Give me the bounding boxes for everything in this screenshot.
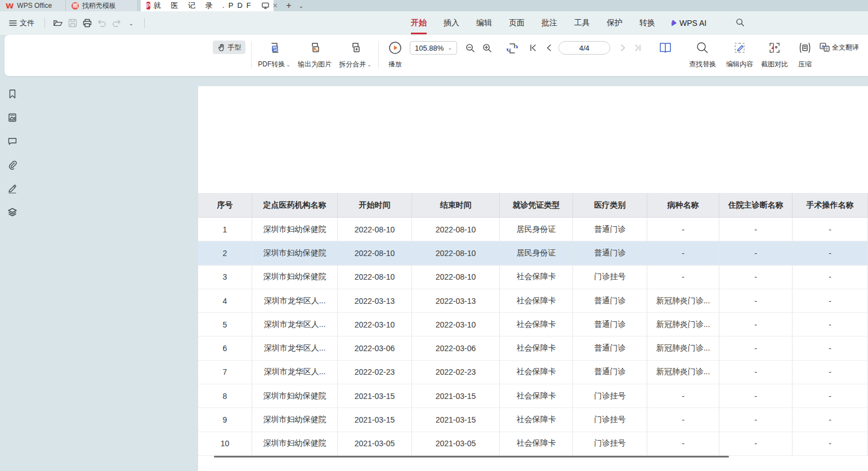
table-cell: 2022-03-06 (338, 337, 412, 360)
edit-content-button[interactable]: 编辑内容 (723, 41, 757, 69)
table-cell: 社会保障卡 (500, 384, 573, 408)
ribbon-search-icon[interactable] (736, 18, 744, 28)
tab-medical-record-pdf[interactable]: P 就 医 记 录 .PDF ✕ (141, 0, 274, 11)
table-cell: 2022-02-23 (338, 361, 412, 384)
redo-icon[interactable] (110, 17, 123, 29)
table-cell: - (719, 384, 793, 408)
print-icon[interactable] (81, 17, 93, 29)
full-translate-button[interactable]: A文 全文翻译 (820, 41, 859, 53)
table-cell: 5 (198, 313, 252, 337)
wps-logo-icon: W (6, 2, 14, 10)
table-cell: 2021-03-15 (412, 408, 500, 432)
screenshot-compare-button[interactable]: 截图对比 (758, 41, 791, 69)
page-number-input[interactable]: 4/4 (558, 41, 610, 55)
pdf-convert-button[interactable]: W PDF转换⌄ (255, 41, 293, 69)
bookmark-icon[interactable] (7, 88, 18, 100)
full-translate-label: 全文翻译 (832, 43, 859, 52)
last-page-icon[interactable] (632, 42, 644, 54)
zoom-out-icon[interactable] (464, 42, 476, 53)
pdf-convert-label: PDF转换⌄ (258, 60, 290, 69)
menu-item-tools[interactable]: 工具 (574, 17, 590, 29)
comment-icon[interactable] (7, 136, 18, 147)
menu-item-page[interactable]: 页面 (509, 17, 525, 29)
table-cell: 深圳市龙华区人... (252, 361, 338, 384)
table-cell: 2021-03-05 (338, 432, 412, 456)
first-page-icon[interactable] (527, 42, 539, 54)
zoom-in-icon[interactable] (481, 42, 493, 53)
file-menu-button[interactable]: 文件 (6, 16, 38, 30)
menu-item-protect[interactable]: 保护 (607, 17, 623, 29)
thumbnail-icon[interactable] (7, 112, 18, 123)
tab-monitor-icon[interactable] (262, 0, 269, 11)
compress-button[interactable]: 压缩 (793, 41, 817, 69)
table-cell: 4 (198, 289, 252, 313)
tab-wps-office[interactable]: W WPS Office (0, 0, 66, 11)
table-cell: 2022-08-10 (338, 266, 412, 289)
svg-text:文: 文 (825, 47, 829, 52)
tab-label: 找稻壳模板 (82, 1, 116, 11)
table-cell: - (647, 384, 719, 408)
menu-item-home[interactable]: 开始 (411, 17, 427, 29)
menu-item-insert[interactable]: 插入 (444, 17, 459, 29)
tab-list-chevron-icon[interactable]: ⌄ (296, 0, 306, 11)
table-row: 4深圳市龙华区人...2022-03-132022-03-13社会保障卡普通门诊… (198, 289, 868, 313)
table-cell: - (793, 289, 868, 313)
menu-item-edit[interactable]: 编辑 (476, 17, 492, 29)
table-cell: - (719, 289, 793, 313)
new-tab-button[interactable]: + (281, 0, 296, 11)
table-row: 6深圳市龙华区人...2022-03-062022-03-06社会保障卡普通门诊… (198, 337, 868, 360)
table-cell: - (793, 361, 868, 384)
layers-icon[interactable] (7, 207, 18, 218)
undo-icon[interactable] (96, 17, 108, 29)
table-cell: - (719, 337, 793, 360)
open-file-icon[interactable] (52, 17, 64, 29)
table-cell: 门诊挂号 (573, 266, 647, 289)
home-ribbon-toolbar: 手型 选择 W PDF转换⌄ 输出为图片 拆分合并⌄ 播放 105.88% ⌄ … (5, 35, 868, 76)
split-merge-button[interactable]: 拆分合并⌄ (337, 41, 374, 69)
table-cell: 深圳市妇幼保健院 (252, 218, 338, 241)
find-replace-button[interactable]: 查找替换 (684, 41, 721, 69)
quick-access-chevron-icon[interactable]: ⌄ (125, 17, 137, 29)
table-cell: 7 (198, 361, 252, 384)
table-cell: 2021-03-15 (338, 384, 412, 408)
page-indicator: 4/4 (579, 44, 589, 52)
zoom-level-select[interactable]: 105.88% ⌄ (410, 41, 457, 55)
rotate-document-icon[interactable] (500, 41, 525, 56)
read-mode-icon[interactable] (653, 39, 678, 56)
table-cell: 普通门诊 (573, 241, 647, 265)
wps-ai-logo-icon (672, 20, 678, 26)
table-cell: 2022-08-10 (412, 218, 500, 241)
table-cell: - (647, 408, 719, 432)
previous-page-icon[interactable] (543, 42, 555, 54)
play-button[interactable]: 播放 (383, 41, 408, 69)
export-image-button[interactable]: 输出为图片 (296, 41, 333, 69)
table-cell: 2022-03-10 (338, 313, 412, 337)
table-header-cell: 定点医药机构名称 (252, 193, 338, 218)
table-cell: 2021-03-15 (338, 408, 412, 432)
menu-item-comment[interactable]: 批注 (542, 17, 557, 29)
next-page-icon[interactable] (617, 42, 629, 54)
hand-tool-button[interactable]: 手型 (213, 41, 245, 54)
attachment-icon[interactable] (7, 159, 18, 171)
wps-ai-button[interactable]: WPS AI (672, 19, 706, 28)
table-cell: 8 (198, 384, 252, 408)
table-cell: 2022-08-10 (338, 241, 412, 265)
signature-pen-icon[interactable] (7, 183, 18, 194)
table-row: 3深圳市妇幼保健院2022-08-102022-08-10社会保障卡门诊挂号--… (198, 266, 868, 289)
wps-ai-label: WPS AI (679, 19, 706, 28)
table-header-cell: 就诊凭证类型 (500, 193, 573, 218)
table-cell: 2022-03-13 (338, 289, 412, 313)
table-header-cell: 开始时间 (338, 193, 412, 218)
table-cell: - (793, 241, 868, 265)
table-cell: 深圳市妇幼保健院 (252, 384, 338, 408)
table-cell: - (647, 218, 719, 241)
table-cell: 社会保障卡 (500, 337, 573, 360)
tab-docer-templates[interactable]: 稻 找稻壳模板 (66, 0, 138, 11)
save-icon[interactable] (66, 17, 79, 29)
tab-close-icon[interactable]: ✕ (272, 0, 278, 11)
pdf-convert-icon: W (267, 41, 281, 55)
table-cell: 2021-03-15 (412, 384, 500, 408)
table-cell: 普通门诊 (573, 218, 647, 241)
menu-item-convert[interactable]: 转换 (639, 17, 655, 29)
tab-label: 就 医 记 录 .PDF (154, 1, 255, 11)
